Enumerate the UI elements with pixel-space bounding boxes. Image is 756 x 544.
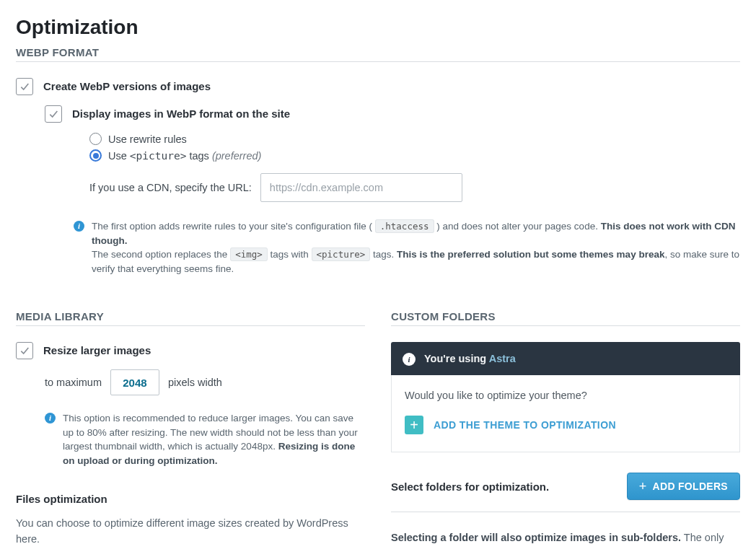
webp-info-text: The first option adds rewrite rules to y… [92, 219, 740, 276]
section-webp-label: WEBP FORMAT [16, 46, 740, 62]
radio-rewrite-label: Use rewrite rules [108, 133, 187, 145]
cdn-label: If you use a CDN, specify the URL: [89, 182, 252, 193]
create-webp-label: Create WebP versions of images [43, 78, 211, 95]
max-width-input[interactable] [110, 369, 159, 395]
select-folders-label: Select folders for optimization. [391, 481, 549, 493]
add-theme-button[interactable]: + ADD THE THEME TO OPTIMIZATION [405, 416, 726, 434]
info-icon: i [74, 221, 84, 232]
theme-name: Astra [489, 353, 516, 364]
cdn-url-input[interactable] [260, 173, 462, 202]
add-folders-button[interactable]: + ADD FOLDERS [627, 473, 740, 500]
theme-banner: i You're using Astra [391, 342, 740, 375]
display-webp-label: Display images in WebP format on the sit… [72, 105, 290, 123]
radio-rewrite-rules[interactable] [89, 133, 102, 145]
create-webp-checkbox[interactable] [16, 78, 33, 95]
plus-icon: + [639, 480, 647, 493]
files-optimization-heading: Files optimization [16, 493, 365, 505]
display-webp-checkbox[interactable] [45, 105, 62, 123]
check-icon [48, 108, 59, 120]
plus-icon: + [405, 416, 423, 434]
add-folders-label: ADD FOLDERS [653, 481, 728, 492]
page-title: Optimization [16, 16, 740, 39]
optimize-theme-question: Would you like to optimize your theme? [405, 390, 726, 401]
info-icon: i [403, 353, 416, 366]
folders-description: Selecting a folder will also optimize im… [391, 530, 740, 544]
resize-info-text: This option is recommended to reduce lar… [63, 411, 365, 468]
section-media-label: MEDIA LIBRARY [16, 310, 365, 326]
pixels-width-label: pixels width [168, 377, 222, 388]
info-icon: i [45, 413, 56, 424]
check-icon [19, 81, 30, 92]
check-icon [19, 345, 30, 356]
files-optimization-desc: You can choose to optimize different ima… [16, 515, 365, 545]
resize-images-checkbox[interactable] [16, 342, 33, 359]
radio-picture-tags[interactable] [89, 149, 102, 162]
radio-picture-label: Use <picture> tags (preferred) [108, 150, 261, 162]
add-theme-label: ADD THE THEME TO OPTIMIZATION [434, 419, 616, 431]
resize-images-label: Resize larger images [43, 342, 151, 359]
section-custom-folders-label: CUSTOM FOLDERS [391, 310, 740, 326]
to-maximum-label: to maximum [45, 377, 102, 388]
